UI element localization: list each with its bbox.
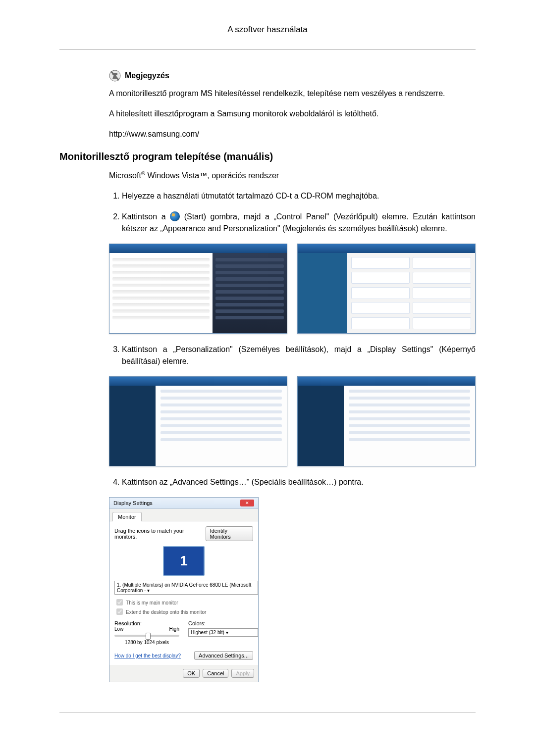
step-2-text-a: Kattintson a [122, 212, 170, 221]
header-rule [59, 50, 476, 50]
identify-monitors-button[interactable]: Identify Monitors [206, 526, 253, 541]
intro-mid: Windows Vista™, operációs rendszer [145, 171, 279, 180]
cancel-button[interactable]: Cancel [203, 669, 228, 678]
screenshot-control-panel [297, 244, 476, 334]
note-paragraph-1: A monitorillesztő program MS hitelesítés… [109, 88, 476, 99]
step-2: Kattintson a (Start) gombra, majd a „Con… [122, 211, 476, 235]
screenshot-start-menu [109, 244, 287, 334]
chk-extend-desktop [116, 608, 123, 615]
step-1-text: Helyezze a használati útmutatót tartalma… [122, 192, 379, 200]
monitor-number: 1 [180, 553, 188, 569]
note-icon [109, 70, 121, 82]
chk-main-monitor [116, 599, 123, 605]
footer-rule [59, 712, 476, 712]
screenshot-personalize-list [109, 376, 287, 466]
close-icon[interactable]: ✕ [240, 500, 254, 506]
resolution-label: Resolution: [114, 620, 179, 626]
help-link[interactable]: How do I get the best display? [114, 653, 181, 658]
res-low: Low [114, 626, 123, 632]
monitor-select[interactable]: 1. (Multiple Monitors) on NVIDIA GeForce… [114, 581, 258, 595]
intro-reg: ® [141, 170, 145, 176]
drag-instruction: Drag the icons to match your monitors. [114, 528, 206, 540]
note-title: Megjegyzés [125, 71, 169, 80]
ok-button[interactable]: OK [183, 669, 200, 678]
step-3-text: Kattintson a „Personalization" (Személye… [122, 345, 476, 365]
advanced-settings-button[interactable]: Advanced Settings... [194, 651, 253, 660]
screenshot-personalize-tasks [297, 376, 476, 466]
monitor-preview[interactable]: 1 [163, 546, 205, 576]
colors-select[interactable]: Highest (32 bit) ▾ [188, 628, 258, 637]
page-header-title: A szoftver használata [59, 25, 476, 35]
chk-extend-desktop-label: Extend the desktop onto this monitor [126, 609, 206, 615]
intro-prefix: Microsoft [109, 171, 141, 180]
note-paragraph-2: A hitelesített illesztőprogram a Samsung… [109, 108, 476, 119]
resolution-slider[interactable] [114, 635, 179, 637]
colors-label: Colors: [188, 620, 253, 626]
step-3: Kattintson a „Personalization" (Személye… [122, 344, 476, 367]
chk-main-monitor-label: This is my main monitor [126, 600, 178, 605]
step-1: Helyezze a használati útmutatót tartalma… [122, 190, 476, 202]
section-title: Monitorillesztő program telepítése (manu… [59, 151, 476, 162]
resolution-value: 1280 by 1024 pixels [114, 640, 179, 645]
note-url: http://www.samsung.com/ [109, 128, 476, 140]
step-4-text: Kattintson az „Advanced Settings…" (Spec… [122, 478, 364, 486]
display-settings-dialog: Display Settings ✕ Monitor Drag the icon… [109, 497, 259, 682]
tab-monitor[interactable]: Monitor [112, 512, 142, 521]
dialog-title: Display Settings [113, 500, 153, 506]
apply-button: Apply [231, 669, 254, 678]
step-4: Kattintson az „Advanced Settings…" (Spec… [122, 476, 476, 488]
res-high: High [169, 626, 179, 632]
section-intro: Microsoft® Windows Vista™, operációs ren… [109, 169, 476, 182]
start-orb-icon [170, 211, 180, 221]
